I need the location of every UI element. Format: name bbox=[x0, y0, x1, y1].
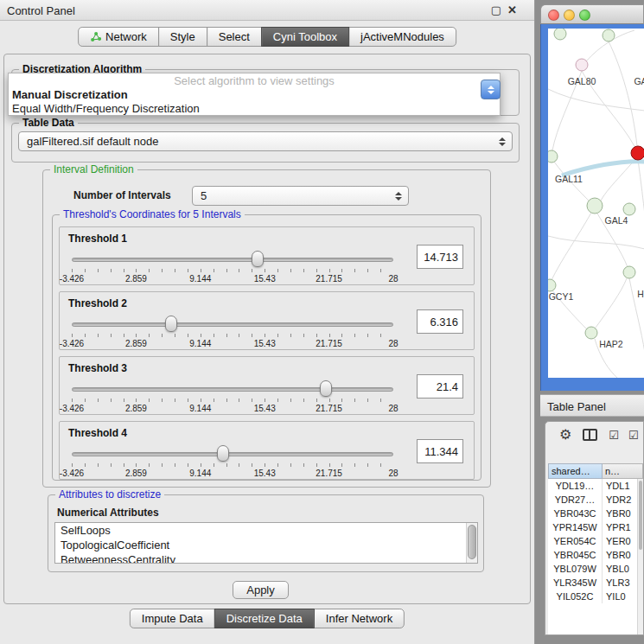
table-row[interactable]: YIL052C YIL0 bbox=[548, 590, 643, 603]
table-row[interactable]: YBR045C YBR0 bbox=[548, 548, 643, 562]
slider-track[interactable] bbox=[72, 452, 393, 456]
cell-shared-name[interactable]: YIL052C bbox=[548, 590, 603, 603]
scrollbar-thumb[interactable] bbox=[468, 525, 476, 559]
algorithm-dropdown-arrow-button[interactable] bbox=[481, 80, 501, 99]
window-title: Control Panel bbox=[7, 4, 75, 17]
cell-shared-name[interactable]: YBR043C bbox=[548, 507, 603, 520]
threshold-value-field[interactable]: 11.344 bbox=[417, 439, 463, 463]
apply-button[interactable]: Apply bbox=[233, 581, 289, 599]
threshold-1-slider[interactable]: -3.426 2.859 9.144 15.43 21.715 28 bbox=[72, 250, 393, 284]
list-item[interactable]: SelfLoops bbox=[55, 523, 477, 538]
column-header-shared-name[interactable]: shared… bbox=[548, 463, 603, 479]
slider-thumb[interactable] bbox=[217, 445, 229, 462]
columns-icon[interactable] bbox=[583, 429, 597, 441]
tab-discretize-data[interactable]: Discretize Data bbox=[214, 609, 315, 628]
network-node[interactable] bbox=[587, 198, 603, 214]
scale-label: 2.859 bbox=[125, 404, 147, 413]
threshold-value-field[interactable]: 6.316 bbox=[417, 309, 463, 334]
cell-shared-name[interactable]: YER054C bbox=[548, 534, 603, 548]
gear-icon[interactable]: ⚙ bbox=[559, 428, 571, 442]
close-traffic-light[interactable] bbox=[548, 10, 559, 21]
list-scrollbar[interactable] bbox=[466, 523, 477, 563]
network-node[interactable] bbox=[548, 150, 558, 163]
slider-thumb[interactable] bbox=[165, 316, 177, 332]
slider-track[interactable] bbox=[72, 258, 393, 262]
cell-shared-name[interactable]: YDL19… bbox=[548, 479, 603, 493]
tab-select[interactable]: Select bbox=[207, 27, 262, 47]
group-title: Table Data bbox=[19, 117, 78, 129]
scale-label: 9.144 bbox=[189, 469, 211, 478]
network-node[interactable] bbox=[548, 279, 556, 291]
table-row[interactable]: YER054C YER0 bbox=[548, 534, 643, 548]
cell-shared-name[interactable]: YPR145W bbox=[548, 520, 603, 534]
table-panel-titlebar: Table Panel bbox=[540, 394, 644, 417]
tab-cyni-toolbox[interactable]: Cyni Toolbox bbox=[261, 27, 349, 47]
table-row[interactable]: YBL079W YBL0 bbox=[548, 562, 643, 576]
network-canvas[interactable]: GAL80 GA GAL11 GAL4 GCY1 HAP2 H bbox=[548, 29, 644, 378]
scale-label: 28 bbox=[388, 274, 398, 284]
table-scrollbar[interactable] bbox=[637, 479, 643, 634]
cell-shared-name[interactable]: YDR27… bbox=[548, 493, 603, 507]
slider-thumb[interactable] bbox=[252, 251, 264, 267]
algorithm-option-equal-width[interactable]: Equal Width/Frequency Discretization bbox=[9, 102, 500, 116]
algorithm-option-manual[interactable]: Manual Discretization bbox=[9, 88, 500, 102]
slider-scale: -3.426 2.859 9.144 15.43 21.715 28 bbox=[72, 469, 393, 479]
list-item[interactable]: TopologicalCoefficient bbox=[55, 538, 477, 552]
table-row[interactable]: YDR27… YDR2 bbox=[548, 493, 643, 507]
numerical-attributes-list: SelfLoops TopologicalCoefficient Between… bbox=[54, 522, 478, 564]
slider-track[interactable] bbox=[72, 387, 393, 392]
network-node[interactable] bbox=[603, 29, 615, 41]
table-row[interactable]: YBR043C YBR0 bbox=[548, 507, 643, 520]
tab-network[interactable]: Network bbox=[78, 27, 159, 47]
table-row[interactable]: YPR145W YPR1 bbox=[548, 520, 643, 534]
cell-shared-name[interactable]: YBL079W bbox=[548, 562, 603, 576]
threshold-label: Threshold 3 bbox=[68, 362, 127, 374]
table-data-combobox[interactable]: galFiltered.sif default node bbox=[18, 131, 513, 151]
select-all-columns-icon[interactable]: ☑ bbox=[609, 430, 617, 441]
slider-thumb[interactable] bbox=[320, 380, 332, 397]
threshold-3-slider[interactable]: -3.426 2.859 9.144 15.43 21.715 28 bbox=[72, 379, 393, 414]
scrollbar-thumb[interactable] bbox=[639, 481, 642, 550]
node-label: GAL11 bbox=[555, 174, 583, 184]
select-none-columns-icon[interactable]: ☑ bbox=[628, 430, 637, 441]
control-panel-window: Control Panel ▢ ✕ Network Style Select C… bbox=[0, 0, 535, 644]
tab-infer-network[interactable]: Infer Network bbox=[314, 609, 405, 628]
selected-red-node[interactable] bbox=[631, 146, 644, 160]
cell-shared-name[interactable]: YBR045C bbox=[548, 548, 603, 562]
threshold-value-field[interactable]: 21.4 bbox=[417, 374, 463, 399]
network-node[interactable] bbox=[585, 327, 597, 339]
algorithm-placeholder-item[interactable]: Select algorithm to view settings bbox=[9, 73, 500, 88]
minimize-traffic-light[interactable] bbox=[564, 10, 575, 21]
node-label: GAL80 bbox=[568, 76, 596, 86]
slider-track[interactable] bbox=[72, 322, 393, 327]
number-of-intervals-combobox[interactable]: 5 bbox=[192, 186, 409, 206]
network-node[interactable] bbox=[623, 203, 635, 215]
scale-label: 28 bbox=[388, 469, 398, 478]
network-node[interactable] bbox=[554, 29, 566, 40]
algorithm-dropdown-popup: Select algorithm to view settings Manual… bbox=[8, 73, 501, 116]
scale-label: 2.859 bbox=[125, 469, 147, 478]
table-row[interactable]: YLR345W YLR3 bbox=[548, 576, 643, 590]
table-toolbar: ⚙ ☑ ☑ bbox=[545, 422, 643, 448]
threshold-label: Threshold 4 bbox=[68, 427, 127, 439]
close-window-icon[interactable]: ✕ bbox=[507, 3, 517, 16]
threshold-4-slider[interactable]: -3.426 2.859 9.144 15.43 21.715 28 bbox=[72, 444, 393, 479]
network-node[interactable] bbox=[623, 266, 635, 278]
column-header-name[interactable]: n… bbox=[603, 463, 643, 479]
number-of-intervals-value: 5 bbox=[201, 189, 207, 202]
table-row[interactable]: YDL19… YDL1 bbox=[548, 479, 643, 493]
cell-shared-name[interactable]: YLR345W bbox=[548, 576, 603, 590]
tab-jactivemnodules[interactable]: jActiveMNodules bbox=[348, 27, 456, 47]
tab-impute-data[interactable]: Impute Data bbox=[130, 609, 215, 628]
network-window-frame: GAL80 GA GAL11 GAL4 GCY1 HAP2 H bbox=[540, 24, 644, 391]
scale-label: -3.426 bbox=[60, 339, 84, 348]
float-window-icon[interactable]: ▢ bbox=[491, 3, 501, 16]
list-item[interactable]: BetweennessCentrality bbox=[55, 552, 477, 564]
scale-label: 2.859 bbox=[125, 339, 147, 348]
scale-label: 15.43 bbox=[254, 339, 276, 348]
tab-style[interactable]: Style bbox=[158, 27, 207, 47]
threshold-value-field[interactable]: 14.713 bbox=[417, 245, 463, 269]
network-node[interactable] bbox=[576, 59, 588, 71]
zoom-traffic-light[interactable] bbox=[579, 10, 590, 21]
threshold-2-slider[interactable]: -3.426 2.859 9.144 15.43 21.715 28 bbox=[72, 315, 393, 349]
